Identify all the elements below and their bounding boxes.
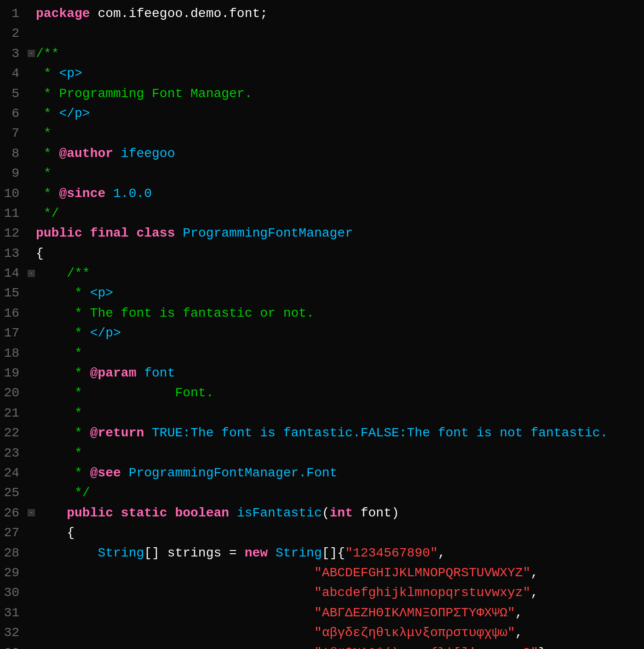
line-number-24: 24: [4, 463, 19, 483]
line-number-9: 9: [4, 163, 19, 183]
token: [] strings =: [144, 546, 244, 560]
line-number-26: 26: [4, 503, 19, 523]
line-number-10: 10: [4, 184, 19, 203]
fold-indicator-14[interactable]: -: [28, 270, 35, 277]
code-line-13: {: [28, 243, 644, 263]
code-line-6: * </p>: [28, 104, 644, 123]
token: /**: [36, 46, 59, 61]
token: [36, 606, 314, 620]
code-line-17: * </p>: [28, 323, 644, 343]
token: *: [36, 66, 59, 81]
fold-placeholder-13: [28, 243, 36, 263]
token: [36, 546, 98, 560]
code-line-5: * Programming Font Manager.: [28, 84, 644, 104]
token: *: [36, 146, 59, 161]
token: "abcdefghijklmnopqrstuvwxyz": [314, 585, 530, 600]
token: [36, 506, 67, 520]
line-number-5: 5: [4, 84, 19, 104]
token: "ABCDEFGHIJKLMNOPQRSTUVWXYZ": [314, 566, 530, 580]
fold-placeholder-16: [28, 303, 36, 323]
fold-placeholder-2: [28, 23, 36, 43]
token: static: [121, 506, 175, 520]
token: 1.0.0: [105, 186, 152, 201]
fold-placeholder-24: [28, 463, 36, 483]
line-number-14: 14: [4, 263, 19, 283]
fold-placeholder-28: [28, 543, 36, 563]
token: * The font is fantastic or not.: [36, 306, 314, 320]
line-number-30: 30: [4, 583, 19, 603]
code-line-1: package com.ifeegoo.demo.font;: [28, 4, 644, 23]
fold-placeholder-17: [28, 323, 36, 343]
token: </p>: [59, 106, 90, 121]
token: *: [36, 106, 59, 121]
token: ): [391, 506, 399, 520]
line-number-18: 18: [4, 343, 19, 363]
code-editor: 1234567891011121314151617181920212223242…: [0, 0, 644, 649]
fold-placeholder-9: [28, 163, 36, 183]
fold-placeholder-8: [28, 144, 36, 163]
fold-placeholder-21: [28, 403, 36, 423]
token: */: [36, 486, 90, 500]
code-line-33: "!@#$%^&*()_+-={}|[]':;<>,.?"};: [28, 643, 644, 649]
line-number-19: 19: [4, 363, 19, 383]
fold-placeholder-5: [28, 84, 36, 104]
token: *: [36, 326, 90, 340]
token: TRUE:The font is fantastic.FALSE:The fon…: [144, 426, 608, 440]
token: isFantastic: [237, 506, 322, 520]
token: "!@#$%^&*()_+-={}|[]':;<>,.?": [314, 646, 538, 649]
token: font: [136, 366, 175, 380]
code-line-21: *: [28, 403, 644, 423]
token: *: [36, 166, 52, 180]
line-number-21: 21: [4, 403, 19, 423]
line-number-29: 29: [4, 563, 19, 583]
token: *: [36, 126, 52, 140]
fold-indicator-26[interactable]: -: [28, 509, 35, 516]
token: {: [36, 526, 75, 540]
fold-indicator-3[interactable]: -: [28, 50, 35, 57]
fold-placeholder-19: [28, 363, 36, 383]
line-number-gutter: 1234567891011121314151617181920212223242…: [0, 4, 24, 649]
fold-placeholder-32: [28, 623, 36, 643]
code-line-2: [28, 23, 644, 43]
fold-placeholder-31: [28, 603, 36, 623]
line-number-2: 2: [4, 23, 19, 43]
code-line-20: * Font.: [28, 383, 644, 403]
fold-placeholder-7: [28, 123, 36, 143]
token: @since: [59, 186, 105, 201]
line-number-11: 11: [4, 203, 19, 223]
fold-placeholder-23: [28, 443, 36, 463]
line-number-28: 28: [4, 543, 19, 563]
token: [36, 566, 314, 580]
token: boolean: [175, 506, 236, 520]
token: new: [245, 546, 276, 560]
token: public: [36, 226, 90, 240]
line-number-1: 1: [4, 4, 19, 23]
fold-placeholder-25: [28, 483, 36, 503]
line-number-3: 3: [4, 44, 19, 64]
fold-placeholder-33: [28, 643, 36, 649]
token: "ΑΒΓΔΕΖΗΘΙΚΛΜΝΞΟΠΡΣTΥΦΧΨΩ": [314, 606, 515, 620]
code-line-23: *: [28, 443, 644, 463]
token: [36, 626, 314, 640]
token: package: [36, 6, 98, 21]
fold-placeholder-22: [28, 423, 36, 443]
token: font: [361, 506, 391, 520]
token: class: [136, 226, 183, 240]
token: @author: [59, 146, 113, 161]
code-line-30: "abcdefghijklmnopqrstuvwxyz",: [28, 583, 644, 603]
token: String: [98, 546, 144, 560]
code-line-10: * @since 1.0.0: [28, 184, 644, 203]
token: public: [67, 506, 121, 520]
fold-placeholder-10: [28, 184, 36, 203]
fold-placeholder-15: [28, 283, 36, 303]
code-line-11: */: [28, 203, 644, 223]
line-number-13: 13: [4, 243, 19, 263]
token: *: [36, 446, 82, 460]
code-line-26: - public static boolean isFantastic(int …: [28, 503, 644, 523]
token: *: [36, 366, 90, 380]
code-line-19: * @param font: [28, 363, 644, 383]
line-number-7: 7: [4, 123, 19, 143]
token: *: [36, 406, 82, 420]
token: "1234567890": [345, 546, 438, 560]
token: <p>: [90, 286, 113, 300]
